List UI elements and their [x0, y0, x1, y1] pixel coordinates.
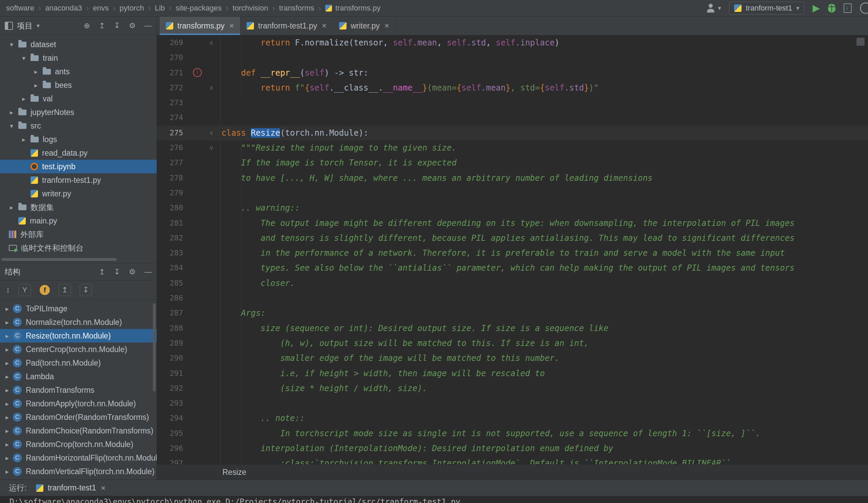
code-line[interactable]: 271↑ def __repr__(self) -> str:: [157, 65, 868, 80]
code-line[interactable]: 288 size (sequence or int): Desired outp…: [157, 321, 868, 336]
breadcrumb-item[interactable]: envs: [93, 4, 108, 12]
chevron-right-icon[interactable]: ▸: [0, 400, 11, 408]
gear-icon[interactable]: ⚙: [129, 21, 136, 30]
hide-panel-icon[interactable]: —: [144, 268, 152, 276]
chevron-right-icon[interactable]: ▸: [17, 136, 31, 143]
expand-all-icon[interactable]: ↧: [114, 268, 120, 276]
chevron-right-icon[interactable]: ▸: [0, 305, 11, 313]
collapse-all-icon[interactable]: ↥: [99, 21, 105, 30]
project-tree-item[interactable]: ▸val: [0, 92, 157, 105]
code-line[interactable]: 292 (size * height / width, size).: [157, 381, 868, 396]
profiler-icon[interactable]: [860, 2, 868, 14]
structure-item[interactable]: ▸CCenterCrop(torch.nn.Module): [0, 342, 157, 356]
structure-item[interactable]: ▸CRandomCrop(torch.nn.Module): [0, 438, 157, 451]
code-line[interactable]: 291 i.e, if height > width, then image w…: [157, 366, 868, 381]
structure-item[interactable]: ▸CLambda: [0, 370, 157, 383]
run-config-select[interactable]: tranform-test1 ▾: [729, 2, 804, 14]
code-line[interactable]: 283 in the performance of a network. The…: [157, 246, 868, 260]
breadcrumb-item[interactable]: Resize: [223, 468, 246, 477]
editor-tab[interactable]: tranform-test1.py×: [240, 17, 333, 35]
code-line[interactable]: 281 The output image might be different …: [157, 216, 868, 230]
chevron-right-icon[interactable]: ▸: [0, 359, 11, 367]
chevron-down-icon[interactable]: ▾: [17, 54, 31, 62]
project-tree-item[interactable]: ▸bees: [0, 78, 157, 92]
user-menu-button[interactable]: ▾: [705, 3, 721, 13]
project-tree-item[interactable]: ▸jupyterNotes: [0, 105, 157, 119]
chevron-right-icon[interactable]: ▸: [0, 468, 11, 475]
chevron-right-icon[interactable]: ▸: [0, 427, 11, 435]
project-tree-item[interactable]: main.py: [0, 214, 157, 228]
sort-icon[interactable]: ↕: [6, 286, 10, 295]
project-tree-item[interactable]: test.ipynb: [0, 160, 157, 173]
code-line[interactable]: 270: [157, 50, 868, 65]
chevron-down-icon[interactable]: ▾: [37, 22, 40, 30]
code-line[interactable]: 282 and tensors is slightly different, b…: [157, 230, 868, 246]
code-line[interactable]: 295 In torchscript mode size as single i…: [157, 426, 868, 441]
project-tree-item[interactable]: ▾train: [0, 51, 157, 65]
structure-item[interactable]: ▸CNormalize(torch.nn.Module): [0, 316, 157, 329]
structure-item[interactable]: ▸CRandomApply(torch.nn.Module): [0, 397, 157, 410]
show-inherited-icon[interactable]: Y: [19, 284, 31, 296]
horizontal-scrollbar[interactable]: [1, 258, 117, 261]
override-marker-icon[interactable]: ↑: [193, 68, 202, 77]
tab-close-icon[interactable]: ×: [229, 21, 234, 31]
project-tree-item[interactable]: writer.py: [0, 187, 157, 201]
project-tree-item[interactable]: ▾src: [0, 119, 157, 133]
chevron-right-icon[interactable]: ▸: [5, 109, 18, 116]
code-area[interactable]: 269∧ return F.normalize(tensor, self.mea…: [157, 35, 868, 464]
code-line[interactable]: 287 Args:: [157, 306, 868, 320]
code-line[interactable]: 277 If the image is torch Tensor, it is …: [157, 155, 868, 170]
breadcrumb-item[interactable]: anaconda3: [45, 4, 82, 12]
project-tree-item[interactable]: ▾dataset: [0, 38, 157, 51]
vertical-scrollbar[interactable]: [153, 303, 156, 391]
structure-item[interactable]: ▸CRandomHorizontalFlip(torch.nn.Module): [0, 451, 157, 465]
run-button[interactable]: ▶: [813, 3, 820, 13]
breadcrumb-item[interactable]: site-packages: [176, 4, 222, 12]
code-line[interactable]: 272∧ return f"{self.__class__.__name__}(…: [157, 80, 868, 95]
structure-item[interactable]: ▸CRandomChoice(RandomTransforms): [0, 424, 157, 438]
editor-tab[interactable]: transforms.py×: [160, 17, 240, 35]
chevron-right-icon[interactable]: ▸: [17, 95, 31, 103]
code-line[interactable]: 269∧ return F.normalize(tensor, self.mea…: [157, 35, 868, 50]
expand-all-icon[interactable]: ↧: [114, 21, 120, 30]
structure-item[interactable]: ▸CRandomTransforms: [0, 383, 157, 397]
code-line[interactable]: 274: [157, 110, 868, 125]
code-line[interactable]: 294 .. note::: [157, 411, 868, 426]
tab-close-icon[interactable]: ×: [101, 483, 106, 493]
structure-panel-title[interactable]: 结构: [5, 267, 20, 277]
chevron-down-icon[interactable]: ▾: [5, 122, 18, 130]
code-line[interactable]: 279: [157, 186, 868, 201]
code-line[interactable]: 297 :class:`torchvision.transforms.Inter…: [157, 456, 868, 464]
scroll-to-source-icon[interactable]: ↧: [80, 284, 92, 296]
code-line[interactable]: 275∨class Resize(torch.nn.Module):: [157, 125, 868, 141]
scroll-from-source-icon[interactable]: ↥: [59, 284, 71, 296]
project-tree-item[interactable]: ▸ants: [0, 65, 157, 78]
debug-button[interactable]: [828, 4, 836, 12]
project-tree-item[interactable]: 临时文件和控制台: [0, 241, 157, 255]
code-line[interactable]: 278 to have [..., H, W] shape, where ...…: [157, 171, 868, 186]
hide-panel-icon[interactable]: —: [144, 21, 152, 30]
chevron-right-icon[interactable]: ▸: [5, 204, 18, 211]
locate-file-icon[interactable]: ⊕: [84, 21, 90, 30]
code-line[interactable]: 280 .. warning::: [157, 201, 868, 215]
chevron-right-icon[interactable]: ▸: [0, 386, 11, 394]
chevron-right-icon[interactable]: ▸: [0, 318, 11, 326]
code-line[interactable]: 285 closer.: [157, 276, 868, 291]
code-line[interactable]: 286: [157, 291, 868, 306]
chevron-down-icon[interactable]: ▾: [5, 41, 18, 49]
structure-item[interactable]: ▸CRandomVerticalFlip(torch.nn.Module): [0, 465, 157, 478]
breadcrumb-item[interactable]: transforms: [279, 4, 314, 12]
fold-marker-icon[interactable]: ∧: [209, 35, 213, 50]
structure-item[interactable]: ▸CPad(torch.nn.Module): [0, 356, 157, 370]
fold-marker-icon[interactable]: ∨: [209, 141, 213, 155]
fold-marker-icon[interactable]: ∨: [209, 125, 213, 141]
collapse-all-icon[interactable]: ↥: [99, 268, 105, 276]
breadcrumb-item[interactable]: Lib: [155, 4, 165, 12]
project-panel-title[interactable]: 项目: [17, 21, 32, 31]
fold-marker-icon[interactable]: ∧: [209, 80, 213, 95]
project-tree-item[interactable]: ▸logs: [0, 133, 157, 146]
show-fields-toggle[interactable]: f: [40, 285, 50, 295]
chevron-right-icon[interactable]: ▸: [0, 332, 11, 340]
code-line[interactable]: 296 interpolation (InterpolationMode): D…: [157, 441, 868, 456]
coverage-button[interactable]: ↓: [844, 3, 852, 13]
